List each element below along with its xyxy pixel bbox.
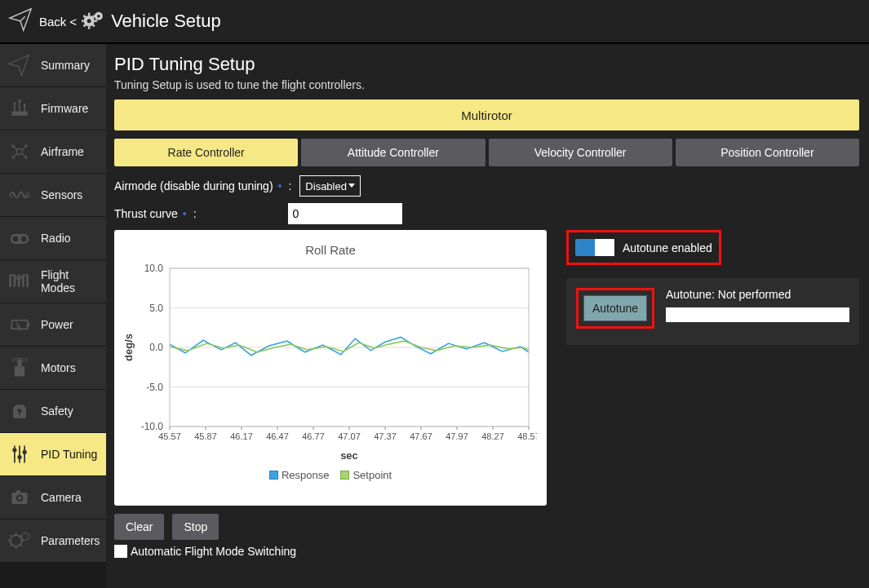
chart-legend: Response Setpoint (121, 469, 540, 481)
svg-line-10 (84, 24, 86, 27)
sidebar-item-label: Motors (41, 361, 76, 374)
tab-velocity-controller[interactable]: Velocity Controller (489, 139, 672, 166)
chevron-down-icon (348, 183, 355, 188)
sidebar-item-label: Summary (41, 59, 90, 72)
sidebar-item-sensors[interactable]: Sensors (0, 174, 106, 217)
svg-point-47 (22, 533, 29, 540)
thrust-curve-input[interactable]: 0 (288, 203, 402, 224)
sidebar-item-airframe[interactable]: Airframe (0, 130, 106, 174)
svg-point-43 (18, 497, 21, 500)
autotune-panel: Autotune Autotune: Not performed (566, 278, 859, 345)
svg-text:5.0: 5.0 (149, 303, 163, 314)
autotune-button[interactable]: Autotune (583, 295, 647, 321)
page-title-top: Vehicle Setup (111, 11, 221, 32)
sidebar-item-label: Radio (41, 232, 71, 245)
svg-point-3 (97, 15, 100, 18)
sidebar-item-summary[interactable]: Summary (0, 44, 106, 87)
back-button[interactable]: Back (39, 15, 66, 29)
svg-text:47.07: 47.07 (338, 431, 361, 441)
autotune-status: Autotune: Not performed (666, 288, 849, 301)
svg-rect-28 (15, 366, 24, 376)
highlight-box-toggle: Autotune enabled (566, 230, 721, 265)
svg-text:sec: sec (340, 449, 358, 462)
svg-text:47.97: 47.97 (446, 431, 468, 441)
svg-text:45.87: 45.87 (194, 431, 217, 441)
clear-button[interactable]: Clear (114, 514, 164, 540)
svg-text:46.77: 46.77 (302, 431, 325, 441)
svg-rect-12 (11, 112, 27, 116)
sidebar-item-power[interactable]: Power (0, 303, 106, 347)
sidebar-item-flight-modes[interactable]: Flight Modes (0, 260, 106, 303)
sidebar-item-camera[interactable]: Camera (0, 476, 106, 519)
settings-gears-icon (82, 8, 106, 34)
svg-point-13 (13, 102, 16, 105)
auto-flight-mode-label: Automatic Flight Mode Switching (131, 545, 296, 558)
sidebar-icon (5, 310, 34, 339)
svg-text:46.47: 46.47 (266, 431, 289, 441)
sidebar-icon (5, 94, 34, 123)
sidebar-item-radio[interactable]: Radio (0, 217, 106, 260)
sidebar-item-parameters[interactable]: Parameters (0, 519, 106, 563)
auto-flight-mode-checkbox[interactable] (114, 545, 127, 558)
svg-text:47.37: 47.37 (374, 431, 397, 441)
page-subheading: Tuning Setup is used to tune the flight … (114, 78, 859, 91)
svg-text:10.0: 10.0 (144, 263, 164, 274)
sidebar-icon (5, 483, 34, 512)
airmode-label: Airmode (disable during tuning) (114, 179, 273, 192)
autotune-enable-toggle[interactable] (575, 239, 614, 256)
tab-position-controller[interactable]: Position Controller (676, 139, 859, 166)
sidebar-item-label: Airframe (41, 145, 84, 158)
chart-title: Roll Rate (121, 243, 540, 257)
svg-text:45.57: 45.57 (158, 431, 181, 441)
svg-point-1 (87, 19, 91, 23)
chart-plot-area: -10.0-5.00.05.010.045.5745.8746.1746.474… (121, 260, 537, 464)
sidebar-icon (5, 51, 34, 80)
main-panel: PID Tuning Setup Tuning Setup is used to… (106, 44, 869, 588)
svg-point-39 (17, 455, 21, 459)
sidebar-item-motors[interactable]: Motors (0, 347, 106, 390)
sidebar-item-label: Camera (41, 491, 82, 504)
app-icon (8, 7, 33, 35)
sidebar-icon (5, 180, 34, 210)
sidebar-item-label: PID Tuning (41, 448, 97, 461)
sidebar-item-safety[interactable]: Safety (0, 390, 106, 433)
legend-swatch-response (269, 471, 278, 480)
tab-attitude-controller[interactable]: Attitude Controller (301, 139, 485, 166)
sidebar-icon (5, 223, 34, 253)
tab-rate-controller[interactable]: Rate Controller (114, 139, 298, 166)
back-chevron: < (69, 15, 77, 29)
svg-line-8 (84, 15, 86, 18)
svg-text:48.27: 48.27 (481, 431, 504, 441)
svg-point-24 (12, 236, 18, 241)
sidebar: SummaryFirmwareAirframeSensorsRadioFligh… (0, 44, 106, 588)
legend-swatch-setpoint (340, 471, 349, 480)
svg-text:48.57: 48.57 (517, 431, 537, 441)
sidebar-item-pid-tuning[interactable]: PID Tuning (0, 433, 106, 476)
thrust-curve-label: Thrust curve (114, 207, 178, 220)
svg-point-25 (21, 236, 27, 241)
svg-text:deg/s: deg/s (122, 334, 135, 361)
svg-line-11 (92, 15, 95, 18)
sidebar-item-label: Sensors (41, 188, 82, 201)
sidebar-item-label: Safety (41, 405, 73, 418)
autotune-toggle-label: Autotune enabled (623, 241, 712, 254)
svg-text:-10.0: -10.0 (141, 421, 164, 432)
svg-rect-26 (11, 321, 27, 329)
sidebar-icon (5, 137, 34, 166)
stop-button[interactable]: Stop (172, 514, 219, 540)
svg-rect-29 (17, 360, 21, 367)
highlight-box-button: Autotune (576, 288, 654, 329)
sidebar-icon (5, 526, 34, 555)
svg-point-14 (18, 99, 21, 103)
sidebar-icon (5, 440, 34, 469)
svg-rect-27 (28, 322, 30, 326)
sidebar-item-label: Firmware (41, 102, 88, 115)
sidebar-item-firmware[interactable]: Firmware (0, 87, 106, 130)
svg-rect-44 (16, 490, 20, 493)
svg-point-15 (23, 104, 26, 107)
svg-rect-32 (17, 409, 21, 412)
sidebar-icon (5, 353, 34, 382)
vehicle-type-banner[interactable]: Multirotor (114, 99, 859, 130)
svg-text:-5.0: -5.0 (146, 382, 163, 393)
airmode-select[interactable]: Disabled (299, 175, 361, 197)
